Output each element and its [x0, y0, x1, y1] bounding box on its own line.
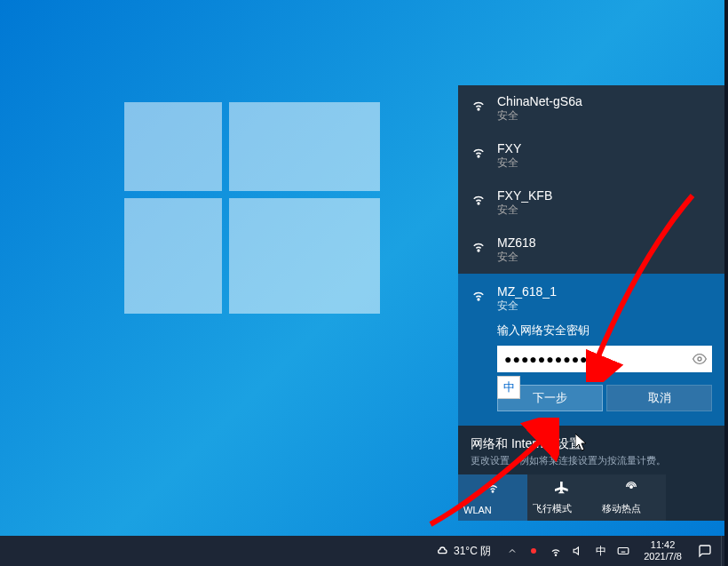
record-icon[interactable]	[528, 546, 539, 556]
airplane-tile-label: 飞行模式	[533, 502, 591, 515]
network-name: FXY_KFB	[497, 188, 552, 203]
taskbar-clock[interactable]: 11:42 2021/7/8	[637, 539, 689, 562]
network-name: MZ618	[497, 235, 536, 250]
airplane-icon	[533, 480, 591, 494]
network-security: 安全	[497, 108, 582, 124]
svg-point-4	[478, 299, 479, 300]
quick-action-tiles: WLAN 飞行模式 移动热点	[458, 474, 724, 521]
hotspot-tile-label: 移动热点	[602, 502, 661, 515]
action-center-button[interactable]	[689, 536, 721, 566]
screen-edge	[724, 0, 728, 566]
wifi-icon	[471, 96, 487, 112]
airplane-mode-tile[interactable]: 飞行模式	[527, 474, 597, 521]
network-security: 安全	[497, 155, 521, 171]
network-item[interactable]: MZ618 安全	[458, 227, 724, 274]
password-input[interactable]	[497, 346, 712, 372]
volume-icon[interactable]	[573, 545, 585, 557]
wifi-icon	[471, 190, 487, 206]
settings-desc: 更改设置，例如将某连接设置为按流量计费。	[471, 454, 712, 467]
wifi-icon	[471, 143, 487, 159]
svg-point-8	[531, 548, 536, 554]
network-settings-link[interactable]: 网络和 Internet 设置 更改设置，例如将某连接设置为按流量计费。	[458, 426, 724, 474]
svg-point-5	[698, 357, 701, 361]
svg-point-7	[630, 486, 633, 489]
weather-text: 31°C 阴	[454, 544, 491, 559]
network-security: 安全	[497, 250, 536, 265]
network-security: 安全	[497, 203, 552, 218]
clock-time: 11:42	[651, 539, 676, 551]
wifi-tray-icon[interactable]	[550, 545, 562, 557]
wlan-tile[interactable]: WLAN	[458, 474, 527, 521]
network-name: MZ_618_1	[497, 284, 557, 299]
wifi-icon	[471, 237, 487, 253]
svg-point-1	[478, 155, 479, 157]
wifi-icon	[463, 480, 522, 494]
cancel-button[interactable]: 取消	[606, 385, 712, 411]
notifications-icon	[698, 544, 712, 558]
chevron-up-icon[interactable]	[507, 546, 518, 556]
settings-title: 网络和 Internet 设置	[471, 436, 712, 452]
weather-icon	[434, 544, 448, 558]
svg-point-3	[478, 250, 479, 251]
reveal-password-icon[interactable]	[692, 352, 707, 366]
hotspot-tile[interactable]: 移动热点	[597, 474, 666, 521]
network-item-selected: MZ_618_1 安全 输入网络安全密钥 中 下一步 取消	[458, 274, 724, 426]
hotspot-icon	[602, 480, 661, 494]
desktop-wallpaper	[124, 102, 380, 314]
weather-widget[interactable]: 31°C 阴	[425, 536, 500, 566]
wifi-icon	[471, 286, 487, 302]
password-prompt-label: 输入网络安全密钥	[497, 323, 712, 339]
keyboard-icon[interactable]	[617, 545, 629, 557]
network-name: ChinaNet-gS6a	[497, 94, 582, 108]
ime-tray-indicator[interactable]: 中	[596, 544, 606, 559]
clock-date: 2021/7/8	[644, 551, 682, 562]
network-security: 安全	[497, 299, 557, 314]
taskbar: 31°C 阴 中 11:42 2021/7/8	[0, 536, 724, 566]
password-row: 中	[497, 346, 712, 372]
system-tray: 中	[500, 536, 637, 566]
svg-point-6	[492, 491, 494, 493]
network-item[interactable]: FXY_KFB 安全	[458, 179, 724, 227]
network-item[interactable]: FXY 安全	[458, 132, 724, 179]
svg-point-9	[555, 554, 556, 555]
svg-rect-10	[618, 548, 629, 554]
wlan-tile-label: WLAN	[463, 505, 522, 515]
svg-point-2	[478, 203, 479, 204]
network-name: FXY	[497, 141, 521, 155]
network-item[interactable]: ChinaNet-gS6a 安全	[458, 85, 724, 132]
ime-indicator[interactable]: 中	[497, 376, 520, 399]
svg-point-0	[478, 108, 479, 110]
network-flyout: ChinaNet-gS6a 安全 FXY 安全 FXY_KFB 安全 MZ618…	[458, 85, 724, 521]
